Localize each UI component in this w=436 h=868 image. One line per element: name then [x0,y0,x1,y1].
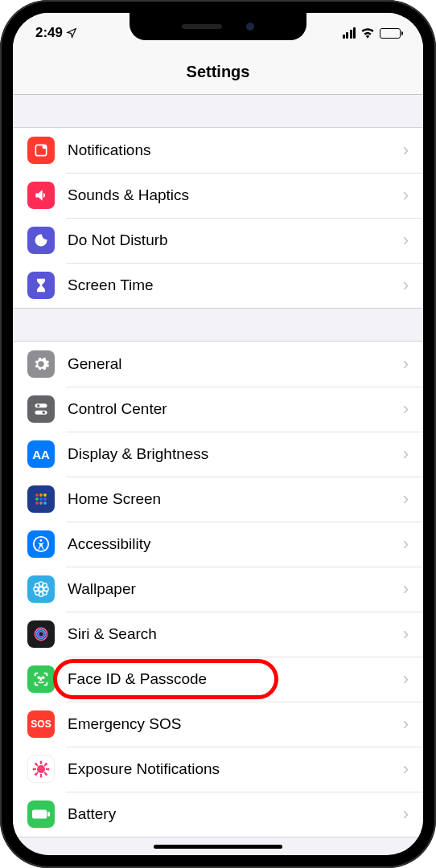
chevron-right-icon: › [403,399,409,420]
cellular-signal-icon [343,27,356,39]
sos-icon: SOS [27,710,55,738]
svg-rect-7 [39,493,42,496]
svg-point-41 [40,761,43,764]
row-siri-search[interactable]: Siri & Search › [13,612,423,657]
location-arrow-icon [66,27,77,39]
chevron-right-icon: › [403,354,409,375]
chevron-right-icon: › [403,714,409,735]
row-display-brightness[interactable]: AA Display & Brightness › [13,432,423,477]
svg-rect-8 [43,493,46,496]
row-label: Notifications [68,141,403,159]
svg-rect-14 [43,502,46,504]
svg-point-32 [37,765,45,773]
earpiece-speaker [182,24,222,29]
svg-rect-11 [43,497,46,500]
row-label: Do Not Disturb [68,231,403,249]
row-battery[interactable]: Battery › [13,792,423,837]
flower-icon [27,575,55,603]
row-notifications[interactable]: Notifications › [13,128,423,173]
row-label: Home Screen [68,490,403,508]
svg-point-16 [40,539,43,542]
row-label: Sounds & Haptics [68,186,403,204]
group-separator [13,95,423,127]
row-wallpaper[interactable]: Wallpaper › [13,567,423,612]
row-label: Emergency SOS [68,715,403,733]
grid-icon [27,485,55,513]
chevron-right-icon: › [403,140,409,161]
svg-point-4 [37,404,39,407]
chevron-right-icon: › [403,579,409,600]
svg-point-44 [47,768,50,771]
row-label: Battery [68,805,403,823]
svg-rect-2 [35,403,47,407]
svg-rect-13 [39,502,42,504]
chevron-right-icon: › [403,534,409,555]
group-separator [13,309,423,341]
svg-point-45 [35,763,37,765]
row-sounds-haptics[interactable]: Sounds & Haptics › [13,173,423,218]
gear-icon [27,350,55,378]
row-do-not-disturb[interactable]: Do Not Disturb › [13,218,423,263]
battery-full-icon [27,800,55,828]
chevron-right-icon: › [403,185,409,206]
home-indicator[interactable] [154,845,282,849]
row-general[interactable]: General › [13,342,423,387]
speaker-icon [27,182,55,209]
row-label: Exposure Notifications [68,760,403,778]
battery-icon [380,28,401,39]
covid-icon [27,755,55,783]
row-label: Screen Time [68,276,403,294]
screen: 2:49 Settings [13,13,423,855]
row-label: Wallpaper [68,580,403,598]
svg-rect-3 [35,411,47,415]
chevron-right-icon: › [403,669,409,690]
notch [130,13,306,40]
row-screen-time[interactable]: Screen Time › [13,263,423,308]
notifications-icon [27,137,55,164]
svg-point-46 [45,773,47,776]
faceid-icon [27,665,55,693]
settings-list-content[interactable]: Notifications › Sounds & Haptics › Do No… [13,95,423,855]
svg-rect-10 [39,497,42,500]
chevron-right-icon: › [403,624,409,645]
phone-frame: 2:49 Settings [0,0,436,868]
sos-text: SOS [31,719,51,730]
row-exposure-notifications[interactable]: Exposure Notifications › [13,747,423,792]
row-home-screen[interactable]: Home Screen › [13,477,423,522]
svg-rect-6 [35,493,38,496]
row-label: Face ID & Passcode [68,670,403,688]
front-camera [246,23,254,31]
row-label: Control Center [68,400,403,418]
row-control-center[interactable]: Control Center › [13,387,423,432]
settings-group-1: Notifications › Sounds & Haptics › Do No… [13,127,423,309]
accessibility-icon [27,530,55,558]
row-label: General [68,355,403,373]
page-title: Settings [13,63,423,81]
svg-point-42 [40,776,43,778]
switches-icon [27,395,55,423]
row-face-id-passcode[interactable]: Face ID & Passcode › [13,657,423,702]
moon-icon [27,227,55,254]
chevron-right-icon: › [403,804,409,825]
wifi-icon [360,27,375,39]
svg-point-17 [39,587,43,592]
row-label: Display & Brightness [68,445,403,463]
row-accessibility[interactable]: Accessibility › [13,522,423,567]
svg-point-30 [38,677,39,678]
svg-point-43 [33,768,35,771]
status-time: 2:49 [35,25,63,41]
svg-point-5 [43,411,45,414]
chevron-right-icon: › [403,275,409,296]
row-label: Siri & Search [68,625,403,643]
svg-rect-9 [35,497,38,500]
svg-point-48 [45,763,47,765]
chevron-right-icon: › [403,489,409,510]
row-label: Accessibility [68,535,403,553]
siri-icon [27,620,55,648]
hourglass-icon [27,272,55,299]
svg-rect-50 [47,812,50,817]
chevron-right-icon: › [403,444,409,465]
row-emergency-sos[interactable]: SOS Emergency SOS › [13,702,423,747]
chevron-right-icon: › [403,759,409,780]
svg-point-47 [35,773,37,776]
